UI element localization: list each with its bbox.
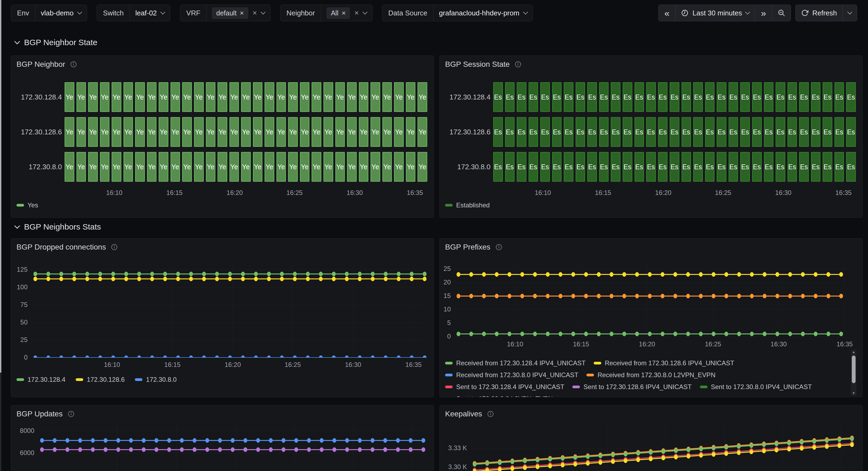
legend-row: Sent to 172.30.128.4 IPV4_UNICASTSent to…: [445, 383, 845, 391]
state-cells-track: YeYeYeYeYeYeYeYeYeYeYeYeYeYeYeYeYeYeYeYe…: [65, 152, 427, 182]
chart-legend: 172.30.128.4172.30.128.6172.30.8.0: [17, 376, 177, 383]
state-cell: Es: [682, 117, 691, 147]
neighbor-tag[interactable]: All ×: [327, 7, 350, 19]
state-cell: Ye: [300, 152, 310, 182]
zoom-out-button[interactable]: [772, 5, 791, 21]
state-timeline[interactable]: 172.30.128.4EsEsEsEsEsEsEsEsEsEsEsEsEsEs…: [445, 82, 856, 209]
state-cell: Ye: [159, 152, 168, 182]
legend-item[interactable]: Sent to 172.30.128.6 IPV4_UNICAST: [572, 383, 691, 391]
state-cells-track: EsEsEsEsEsEsEsEsEsEsEsEsEsEsEsEsEsEsEsEs…: [493, 82, 856, 112]
legend-item[interactable]: Yes: [17, 201, 38, 209]
remove-tag-icon[interactable]: ×: [240, 9, 244, 17]
legend-scrollbar-track[interactable]: ▲ ▼: [851, 350, 857, 395]
panel-header: BGP Session State: [445, 60, 522, 69]
y-axis-tick-label: 0: [439, 332, 451, 340]
info-icon[interactable]: [515, 61, 522, 68]
page-scrollbar-thumb[interactable]: [0, 0, 1, 373]
info-icon[interactable]: [487, 410, 494, 417]
clear-filter-icon[interactable]: ×: [354, 9, 359, 17]
state-cell: Es: [693, 82, 703, 112]
state-cell: Es: [564, 117, 574, 147]
state-cell: Es: [493, 152, 503, 182]
info-icon[interactable]: [111, 244, 118, 251]
x-axis-tick-label: 16:15: [595, 189, 611, 197]
state-cell: Es: [846, 82, 856, 112]
legend-item[interactable]: Established: [445, 201, 490, 209]
section-bgp-neighbors-stats[interactable]: BGP Neighbors Stats: [15, 222, 101, 231]
state-row-label: 172.30.8.0: [445, 152, 491, 182]
line-chart-plot[interactable]: 025507510012516:1016:1516:2016:2516:3016…: [31, 266, 429, 358]
remove-tag-icon[interactable]: ×: [342, 9, 346, 17]
legend-item[interactable]: Sent to 172.30.128.4 IPV4_UNICAST: [445, 383, 564, 391]
state-cell: Ye: [88, 117, 98, 147]
state-cell: Es: [611, 152, 620, 182]
legend-color-pill: [17, 204, 24, 207]
legend-item[interactable]: 172.30.128.6: [76, 376, 125, 383]
env-filter-value[interactable]: vlab-demo: [35, 5, 87, 21]
state-cell: Es: [764, 82, 774, 112]
vrf-filter-value[interactable]: default × ×: [207, 5, 270, 21]
state-cell: Es: [787, 152, 797, 182]
time-shift-forward-button[interactable]: »: [755, 5, 772, 21]
refresh-interval-button[interactable]: [842, 5, 857, 21]
state-cell: Ye: [276, 117, 286, 147]
line-chart-plot[interactable]: 8000600016:1016:1516:2016:2516:3016:35: [38, 421, 427, 471]
legend-item[interactable]: Received from 172.30.8.0 IPV4_UNICAST: [445, 371, 578, 379]
panel-title[interactable]: BGP Session State: [445, 60, 510, 69]
panel-title[interactable]: BGP Dropped connections: [17, 243, 106, 252]
page-scrollbar-track[interactable]: [0, 0, 1, 471]
time-range-picker[interactable]: Last 30 minutes: [675, 5, 755, 21]
section-bgp-neighbor-state[interactable]: BGP Neighbor State: [15, 38, 97, 47]
legend-item[interactable]: 172.30.8.0: [135, 376, 177, 383]
state-cell: Es: [611, 82, 620, 112]
time-shift-back-button[interactable]: «: [658, 5, 676, 21]
state-cell: Ye: [124, 152, 133, 182]
scroll-up-icon[interactable]: ▲: [851, 350, 857, 354]
info-icon[interactable]: [70, 61, 77, 68]
state-cells-track: YeYeYeYeYeYeYeYeYeYeYeYeYeYeYeYeYeYeYeYe…: [65, 117, 427, 147]
legend-item[interactable]: Sent to 172.30.8.0 L2VPN_EVPN: [445, 395, 553, 397]
panel-title[interactable]: BGP Neighbor: [17, 60, 65, 69]
state-cell: Es: [693, 117, 703, 147]
state-cell: Ye: [359, 82, 369, 112]
panel-bgp-dropped-connections: BGP Dropped connections 025507510012516:…: [11, 238, 434, 397]
panel-title[interactable]: Keepalives: [445, 410, 482, 418]
legend-item[interactable]: 172.30.128.4: [17, 376, 65, 383]
panel-title[interactable]: BGP Prefixes: [445, 243, 491, 252]
state-cell: Es: [529, 117, 538, 147]
refresh-button[interactable]: Refresh: [795, 5, 843, 21]
neighbor-filter-label: Neighbor: [280, 5, 321, 21]
switch-filter-value[interactable]: leaf-02: [130, 5, 170, 21]
state-cell: Ye: [241, 152, 251, 182]
datasource-filter-value[interactable]: grafanacloud-hhdev-prom: [433, 5, 533, 21]
legend-item[interactable]: Received from 172.30.128.6 IPV4_UNICAST: [594, 359, 734, 367]
state-timeline[interactable]: 172.30.128.4YeYeYeYeYeYeYeYeYeYeYeYeYeYe…: [17, 82, 427, 209]
state-cell: Ye: [76, 117, 86, 147]
legend-item[interactable]: Sent to 172.30.8.0 IPV4_UNICAST: [700, 383, 812, 391]
legend-label: 172.30.128.6: [87, 376, 125, 383]
state-cell: Es: [728, 152, 738, 182]
info-icon[interactable]: [67, 410, 74, 417]
panel-title[interactable]: BGP Updates: [17, 410, 63, 418]
state-cell: Es: [752, 152, 762, 182]
info-icon[interactable]: [495, 244, 502, 251]
legend-scrollbar-thumb[interactable]: [852, 356, 856, 383]
scroll-down-icon[interactable]: ▼: [851, 391, 857, 395]
neighbor-filter-value[interactable]: All × ×: [321, 5, 372, 21]
x-axis-tick-label: 16:35: [407, 189, 423, 197]
state-cell: Ye: [371, 152, 380, 182]
legend-label: Yes: [28, 201, 38, 209]
x-axis-tick-label: 16:15: [166, 189, 183, 197]
state-cell: Es: [646, 152, 656, 182]
vrf-tag[interactable]: default ×: [212, 7, 248, 19]
chevron-down-icon: [14, 38, 20, 44]
line-chart-plot[interactable]: 3.33 K3.30 K16:1016:1516:2016:2516:3016:…: [471, 421, 856, 471]
env-filter: Env vlab-demo: [11, 5, 87, 21]
legend-item[interactable]: Received from 172.30.128.4 IPV4_UNICAST: [445, 359, 586, 367]
state-cell: Es: [728, 82, 738, 112]
state-cell: Ye: [371, 82, 380, 112]
state-cell: Es: [776, 82, 785, 112]
legend-item[interactable]: Received from 172.30.8.0 L2VPN_EVPN: [586, 371, 715, 379]
clear-filter-icon[interactable]: ×: [253, 9, 257, 17]
line-chart-plot[interactable]: 051015202516:1016:1516:2016:2516:3016:35: [455, 263, 845, 337]
